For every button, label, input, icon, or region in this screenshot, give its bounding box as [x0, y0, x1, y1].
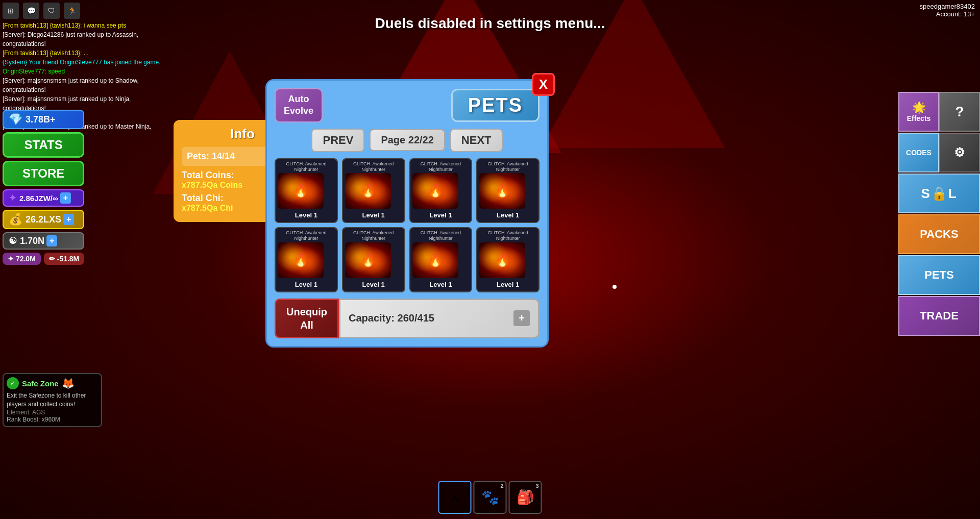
element-text: Element: AGS — [7, 409, 98, 416]
pet-sprite-8: 🔥 — [479, 242, 525, 278]
pets-nav-label: PETS — [924, 268, 953, 282]
bottom-bar: UnequipAll Capacity: 260/415 + — [275, 299, 540, 338]
pet-card-1[interactable]: GLITCH: AwakenedNighthunter 🔥 Level 1 — [275, 158, 338, 224]
stats-button[interactable]: STATS — [3, 132, 84, 158]
gold-stat[interactable]: 💰 26.2LXS + — [3, 210, 84, 229]
gold-value: 26.2LXS — [26, 214, 61, 225]
pet-sprite-icon-4: 🔥 — [495, 184, 510, 198]
person-icon[interactable]: 🏃 — [64, 3, 80, 19]
chat-bubble-icon[interactable]: 💬 — [23, 3, 39, 19]
pet-level-1: Level 1 — [292, 210, 321, 220]
pet-card-3[interactable]: GLITCH: AwakenedNighthunter 🔥 Level 1 — [409, 158, 473, 224]
codes-label: CODES — [906, 149, 932, 157]
effects-button[interactable]: 🌟 Effects — [898, 92, 939, 132]
pet-card-7[interactable]: GLITCH: AwakenedNighthunter 🔥 Level 1 — [409, 227, 473, 292]
taskbar-badge-3: 3 — [535, 483, 538, 489]
taskbar-badge-2: 2 — [500, 483, 503, 489]
chi-value: 2.86JZW/∞ — [19, 194, 58, 203]
packs-row: PACKS — [898, 214, 980, 254]
store-button[interactable]: STORE — [3, 161, 84, 186]
pet-card-2[interactable]: GLITCH: AwakenedNighthunter 🔥 Level 1 — [342, 158, 405, 224]
pet-sprite-5: 🔥 — [278, 242, 324, 278]
pet-level-3: Level 1 — [426, 210, 455, 220]
chi-plus[interactable]: + — [60, 192, 71, 204]
prev-button[interactable]: PREV — [311, 129, 364, 152]
codes-row: CODES ⚙ — [898, 133, 980, 172]
safe-zone-title: Safe Zone — [22, 379, 59, 388]
pet-level-6: Level 1 — [359, 280, 388, 289]
chat-icons: ⊞ 💬 🛡 🏃 — [3, 3, 171, 19]
chat-msg-1: [From tavish113] {tavish113}: i wanna se… — [3, 21, 171, 30]
chat-msg-4: {System} Your friend OriginSteve777 has … — [3, 58, 171, 67]
pets-grid: GLITCH: AwakenedNighthunter 🔥 Level 1 GL… — [275, 158, 540, 292]
pet-name-6: GLITCH: AwakenedNighthunter — [345, 230, 402, 241]
pet-sprite-icon-1: 🔥 — [293, 184, 308, 198]
purple-stat[interactable]: ✦ 72.0M — [3, 253, 41, 265]
taskbar-icon-2: 🐾 — [481, 489, 499, 506]
coins-value: 3.78B+ — [26, 114, 56, 125]
yin-value: 1.70N — [20, 236, 44, 246]
taskbar-item-2[interactable]: 2 🐾 — [474, 481, 507, 514]
trade-label: TRADE — [920, 309, 959, 323]
lock-button[interactable]: S🔒L — [898, 174, 980, 213]
coins-icon: 💎 — [9, 113, 22, 126]
next-button[interactable]: NEXT — [450, 129, 503, 152]
unequip-all-button[interactable]: UnequipAll — [275, 299, 339, 338]
chat-msg-5: OriginSteve777: speed — [3, 67, 171, 76]
left-stats: 💎 3.78B+ STATS STORE ✦ 2.86JZW/∞ + 💰 26.… — [3, 110, 84, 265]
settings-button[interactable]: ⚙ — [939, 133, 980, 172]
pet-sprite-1: 🔥 — [278, 173, 324, 209]
coins-stat[interactable]: 💎 3.78B+ — [3, 110, 84, 129]
effects-label: Effects — [907, 114, 931, 122]
shield-icon[interactable]: 🛡 — [43, 3, 60, 19]
pet-level-8: Level 1 — [494, 280, 522, 289]
yin-icon: ☯ — [9, 235, 17, 246]
taskbar-icon-3: 🎒 — [517, 489, 534, 506]
roblox-icon: ⊞ — [3, 3, 19, 19]
chi-icon: ✦ — [9, 192, 16, 204]
lock-row: S🔒L — [898, 174, 980, 213]
capacity-plus-button[interactable]: + — [513, 310, 530, 326]
pet-card-5[interactable]: GLITCH: AwakenedNighthunter 🔥 Level 1 — [275, 227, 338, 292]
pagination: PREV Page 22/22 NEXT — [275, 129, 540, 152]
pet-sprite-icon-2: 🔥 — [360, 184, 376, 198]
safe-zone-header: ✓ Safe Zone 🦊 — [7, 377, 98, 389]
pet-name-3: GLITCH: AwakenedNighthunter — [412, 161, 470, 172]
modal-header: AutoEvolve PETS X — [275, 88, 540, 122]
account-level: Account: 13+ — [920, 10, 975, 18]
gold-plus[interactable]: + — [63, 214, 74, 225]
close-button[interactable]: X — [532, 73, 555, 96]
codes-button[interactable]: CODES — [898, 133, 939, 172]
pet-card-4[interactable]: GLITCH: AwakenedNighthunter 🔥 Level 1 — [476, 158, 540, 224]
bottom-taskbar: ⚔ 2 🐾 3 🎒 — [438, 481, 542, 514]
pet-name-7: GLITCH: AwakenedNighthunter — [412, 230, 470, 241]
taskbar-item-1[interactable]: ⚔ — [438, 481, 472, 514]
pets-nav-button[interactable]: PETS — [898, 255, 980, 295]
taskbar-item-3[interactable]: 3 🎒 — [509, 481, 542, 514]
pets-row: PETS — [898, 255, 980, 295]
chat-msg-3: [From tavish113] {tavish113}: ... — [3, 48, 171, 58]
pet-card-8[interactable]: GLITCH: AwakenedNighthunter 🔥 Level 1 — [476, 227, 540, 292]
safe-zone-mascot: 🦊 — [62, 377, 75, 389]
pet-level-4: Level 1 — [494, 210, 522, 220]
capacity-bar: Capacity: 260/415 + — [339, 299, 540, 338]
auto-evolve-button[interactable]: AutoEvolve — [275, 88, 323, 122]
yin-plus[interactable]: + — [46, 235, 57, 246]
gold-icon: 💰 — [9, 213, 22, 226]
pet-name-5: GLITCH: AwakenedNighthunter — [278, 230, 335, 241]
pet-sprite-4: 🔥 — [479, 173, 525, 209]
question-button[interactable]: ? — [939, 92, 980, 132]
chat-msg-6: [Server]: majsnsnsmsm just ranked up to … — [3, 76, 171, 94]
red-stat[interactable]: ✏ -51.8M — [44, 253, 84, 265]
yin-stat[interactable]: ☯ 1.70N + — [3, 232, 84, 250]
pet-sprite-icon-8: 🔥 — [495, 253, 510, 267]
safe-zone-panel: ✓ Safe Zone 🦊 Exit the Safezone to kill … — [3, 373, 102, 427]
pet-name-1: GLITCH: AwakenedNighthunter — [278, 161, 335, 172]
pets-count-label: Pets: 14/14 — [187, 151, 235, 162]
trade-row: TRADE — [898, 296, 980, 336]
pet-card-6[interactable]: GLITCH: AwakenedNighthunter 🔥 Level 1 — [342, 227, 405, 292]
rank-boost: Rank Boost: x960M — [7, 416, 98, 423]
trade-button[interactable]: TRADE — [898, 296, 980, 336]
chi-stat[interactable]: ✦ 2.86JZW/∞ + — [3, 189, 84, 207]
packs-button[interactable]: PACKS — [898, 214, 980, 254]
